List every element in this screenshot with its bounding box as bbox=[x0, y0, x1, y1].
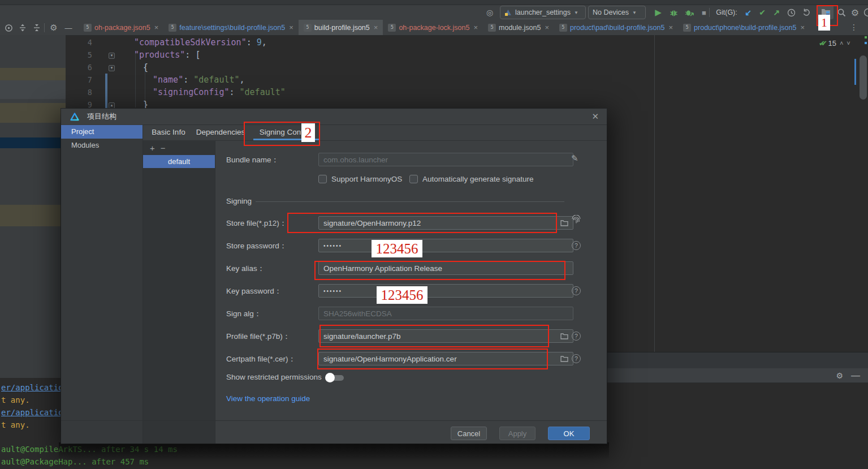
tool-window-gap bbox=[607, 352, 868, 368]
editor-tab[interactable]: 5 oh-package-lock.json5 × bbox=[383, 20, 483, 35]
inspection-count: 15 bbox=[828, 39, 836, 48]
dialog-title: 项目结构 bbox=[87, 111, 116, 122]
code-line: { bbox=[143, 61, 148, 74]
device-selector[interactable]: No Devices ▼ bbox=[588, 6, 646, 19]
ide-window: ◎ launcher_settings ▼ No Devices ▼ ▶ ■ G… bbox=[0, 0, 868, 469]
help-icon[interactable]: ? bbox=[572, 241, 581, 250]
prev-problem-icon[interactable]: ˄ bbox=[840, 40, 843, 46]
run-button[interactable]: ▶ bbox=[653, 6, 664, 19]
chevron-down-icon: ▼ bbox=[632, 10, 637, 15]
fold-marker-icon[interactable]: ▾ bbox=[109, 65, 115, 71]
store-password-field[interactable]: •••••• bbox=[318, 239, 573, 252]
editor-tab[interactable]: 5 product\pad\build-profile.json5 × bbox=[554, 20, 678, 35]
tab-dependencies[interactable]: Dependencies bbox=[191, 124, 250, 140]
annotation-step1-number: 1 bbox=[818, 15, 830, 31]
fold-marker-icon[interactable]: ▾ bbox=[109, 53, 115, 59]
run-config-label: launcher_settings bbox=[515, 8, 571, 16]
deveco-logo-icon bbox=[70, 113, 79, 121]
close-tab-icon[interactable]: × bbox=[154, 23, 159, 32]
inspection-widget[interactable]: ✔✔ 15 ˄ ˅ bbox=[819, 37, 850, 49]
apply-button[interactable]: Apply bbox=[499, 427, 536, 440]
editor-tab[interactable]: 5 feature\settings\build-profile.json5 × bbox=[163, 20, 299, 35]
editor-tab[interactable]: 5 product\phone\build-profile.json5 × bbox=[678, 20, 810, 35]
editor-tab[interactable]: 5 oh-package.json5 × bbox=[79, 20, 163, 35]
close-tab-icon[interactable]: × bbox=[289, 23, 293, 32]
support-harmonyos-checkbox[interactable] bbox=[318, 175, 327, 183]
tool-window-gear-icon[interactable]: ⚙ bbox=[836, 371, 843, 380]
config-item-default[interactable]: default bbox=[143, 155, 215, 168]
sign-alg-field[interactable]: SHA256withECDSA bbox=[318, 307, 573, 320]
toggle-knob bbox=[325, 373, 335, 382]
console-link[interactable]: er/application bbox=[1, 383, 68, 392]
git-label: Git(G): bbox=[714, 6, 740, 19]
editor-scrollbar-thumb[interactable] bbox=[860, 55, 867, 100]
debug-icon[interactable] bbox=[668, 6, 679, 19]
git-push-icon[interactable]: ↗ bbox=[771, 6, 781, 19]
tab-basic-info[interactable]: Basic Info bbox=[146, 124, 191, 140]
dialog-footer: Cancel Apply OK bbox=[61, 420, 607, 444]
close-tab-icon[interactable]: × bbox=[473, 23, 478, 32]
settings-gear-icon[interactable]: ⚙ bbox=[850, 6, 860, 19]
dialog-title-bar[interactable]: 项目结构 ✕ bbox=[61, 109, 607, 125]
sidebar-item-project[interactable]: Project bbox=[61, 125, 142, 139]
close-tab-icon[interactable]: × bbox=[374, 23, 378, 32]
collapse-all-icon[interactable] bbox=[32, 23, 42, 33]
ok-button[interactable]: OK bbox=[548, 427, 590, 440]
hide-panel-icon[interactable]: — bbox=[63, 23, 74, 33]
close-tab-icon[interactable]: × bbox=[545, 23, 549, 32]
profile-icon[interactable] bbox=[863, 6, 868, 19]
fingerprint-icon[interactable] bbox=[571, 215, 581, 225]
next-problem-icon[interactable]: ˅ bbox=[847, 40, 850, 46]
console-link[interactable]: er/application bbox=[1, 408, 68, 417]
line-number: 7 bbox=[65, 74, 92, 86]
dialog-close-icon[interactable]: ✕ bbox=[591, 111, 599, 122]
editor-tab[interactable]: 5 build-profile.json5 × bbox=[299, 20, 383, 35]
code-line: "compatibleSdkVersion": 9, bbox=[134, 36, 267, 49]
console-warning-text: t any. bbox=[1, 420, 30, 429]
history-clock-icon[interactable] bbox=[786, 6, 796, 19]
close-tab-icon[interactable]: × bbox=[668, 23, 673, 32]
browse-folder-icon[interactable] bbox=[560, 333, 568, 339]
auto-generate-signature-checkbox[interactable] bbox=[409, 175, 418, 183]
edit-pencil-icon[interactable]: ✎ bbox=[571, 153, 578, 163]
target-icon[interactable]: ◎ bbox=[484, 6, 495, 19]
editor-tab[interactable]: 5 module.json5 × bbox=[483, 20, 554, 35]
dialog-sidebar: Project Modules bbox=[61, 124, 143, 444]
scrollbar-change-marker bbox=[854, 59, 856, 85]
cancel-button[interactable]: Cancel bbox=[451, 427, 487, 440]
locate-file-icon[interactable] bbox=[3, 23, 14, 33]
module-icon bbox=[504, 9, 512, 16]
expand-all-icon[interactable] bbox=[18, 23, 28, 33]
editor-tabs: 5 oh-package.json5 × 5 feature\settings\… bbox=[79, 20, 810, 35]
json5-file-icon: 5 bbox=[683, 24, 691, 32]
browse-folder-icon[interactable] bbox=[560, 355, 568, 362]
git-commit-icon[interactable]: ✔ bbox=[757, 6, 767, 19]
bundle-name-field[interactable]: com.ohos.launcher bbox=[318, 153, 573, 166]
rollback-icon[interactable] bbox=[801, 6, 811, 19]
editor-split-divider bbox=[654, 35, 655, 352]
help-icon[interactable]: ? bbox=[572, 286, 581, 295]
browse-folder-icon[interactable] bbox=[560, 220, 568, 226]
annotation-key-password-hint: 123456 bbox=[377, 286, 427, 304]
attach-debugger-icon[interactable] bbox=[683, 6, 696, 19]
fold-marker-icon[interactable]: ▴ bbox=[109, 102, 115, 109]
error-stripe-mark bbox=[865, 36, 867, 38]
tool-window-hide-icon[interactable]: — bbox=[851, 371, 860, 381]
git-update-icon[interactable]: ↙ bbox=[743, 6, 753, 19]
add-config-button[interactable]: + bbox=[150, 143, 155, 153]
remove-config-button[interactable]: − bbox=[161, 143, 166, 153]
panel-settings-gear-icon[interactable]: ⚙ bbox=[49, 23, 59, 33]
sidebar-item-modules[interactable]: Modules bbox=[61, 139, 142, 152]
key-password-field[interactable]: •••••• bbox=[318, 284, 573, 298]
tree-row-highlight bbox=[0, 80, 66, 99]
operation-guide-link[interactable]: View the operation guide bbox=[226, 394, 310, 403]
help-icon[interactable]: ? bbox=[572, 332, 581, 341]
project-tool-window bbox=[0, 35, 66, 378]
run-config-selector[interactable]: launcher_settings ▼ bbox=[500, 6, 586, 19]
editor-gutter: 4 5 6 7 8 9 bbox=[65, 36, 92, 111]
tool-window-header: ⚙ — bbox=[607, 368, 868, 383]
tab-list-menu-icon[interactable]: ⋮ bbox=[850, 23, 858, 32]
help-icon[interactable]: ? bbox=[572, 354, 581, 363]
show-restricted-permissions-toggle[interactable] bbox=[327, 375, 344, 381]
close-tab-icon[interactable]: × bbox=[800, 23, 805, 32]
